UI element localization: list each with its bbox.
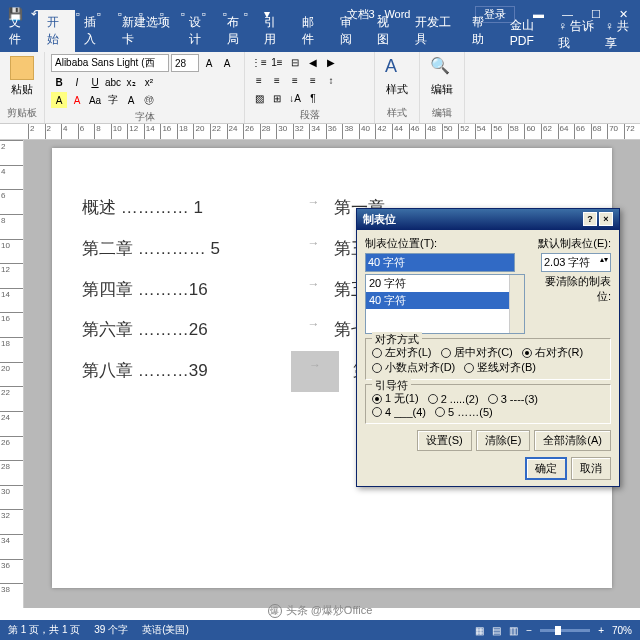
zoom-slider[interactable] (540, 629, 590, 632)
align-left-radio[interactable]: 左对齐(L) (372, 345, 431, 360)
clear-format-icon[interactable]: A (123, 92, 139, 108)
zoom-level[interactable]: 70% (612, 625, 632, 636)
highlight-icon[interactable]: A (51, 92, 67, 108)
scrollbar[interactable] (509, 275, 524, 333)
show-marks-icon[interactable]: ¶ (305, 90, 321, 106)
paste-icon (10, 56, 34, 80)
editing-group: 🔍 编辑 编辑 (420, 52, 465, 123)
clear-all-button[interactable]: 全部清除(A) (534, 430, 611, 451)
leader-3-radio[interactable]: 3 ----(3) (488, 393, 538, 405)
dialog-close-icon[interactable]: × (599, 212, 613, 226)
sort-icon[interactable]: ↓A (287, 90, 303, 106)
tab-view[interactable]: 视图 (368, 10, 406, 52)
borders-icon[interactable]: ⊞ (269, 90, 285, 106)
tab-references[interactable]: 引用 (255, 10, 293, 52)
default-tab-input[interactable]: 2.03 字符▴▾ (541, 253, 611, 272)
view-print-icon[interactable]: ▦ (475, 625, 484, 636)
bold-icon[interactable]: B (51, 74, 67, 90)
align-left-icon[interactable]: ≡ (251, 72, 267, 88)
avatar-icon: 爆 (268, 604, 282, 618)
numbering-icon[interactable]: 1≡ (269, 54, 285, 70)
tab-review[interactable]: 审阅 (331, 10, 369, 52)
tab-positions-list[interactable]: 20 字符 40 字符 (365, 274, 525, 334)
default-tab-label: 默认制表位(E): (538, 236, 611, 251)
font-size-select[interactable]: 28 (171, 54, 199, 72)
tab-arrow-icon: → (308, 229, 320, 270)
ok-button[interactable]: 确定 (525, 457, 567, 480)
paste-button[interactable]: 粘贴 (6, 54, 38, 99)
tab-layout[interactable]: 布局 (218, 10, 256, 52)
dialog-titlebar[interactable]: 制表位 ?× (357, 209, 619, 230)
tab-insert[interactable]: 插入 (75, 10, 113, 52)
align-decimal-radio[interactable]: 小数点对齐(D) (372, 360, 455, 375)
view-web-icon[interactable]: ▥ (509, 625, 518, 636)
editing-button[interactable]: 🔍 编辑 (426, 54, 458, 99)
dialog-help-icon[interactable]: ? (583, 212, 597, 226)
tab-newtab[interactable]: 新建选项卡 (113, 10, 180, 52)
bullets-icon[interactable]: ⋮≡ (251, 54, 267, 70)
alignment-group: 对齐方式 左对齐(L) 居中对齐(C) 右对齐(R) 小数点对齐(D) 竖线对齐… (365, 338, 611, 380)
page-number[interactable]: 第 1 页，共 1 页 (8, 623, 80, 637)
shading-icon[interactable]: ▨ (251, 90, 267, 106)
line-spacing-icon[interactable]: ↕ (323, 72, 339, 88)
tab-arrow-icon: → (308, 188, 320, 229)
paragraph-group: ⋮≡ 1≡ ⊟ ◀ ▶ ≡ ≡ ≡ ≡ ↕ ▨ ⊞ ↓A ¶ 段落 (245, 52, 375, 123)
font-name-select[interactable]: Alibaba Sans Light (西 (51, 54, 169, 72)
align-right-icon[interactable]: ≡ (287, 72, 303, 88)
align-center-radio[interactable]: 居中对齐(C) (441, 345, 513, 360)
indent-dec-icon[interactable]: ◀ (305, 54, 321, 70)
set-button[interactable]: 设置(S) (417, 430, 472, 451)
horizontal-ruler[interactable]: 2246810121416182022242628303234363840424… (0, 124, 640, 140)
justify-icon[interactable]: ≡ (305, 72, 321, 88)
leader-2-radio[interactable]: 2 .....(2) (428, 393, 479, 405)
find-icon: 🔍 (430, 56, 454, 80)
zoom-out-icon[interactable]: − (526, 625, 532, 636)
status-bar: 第 1 页，共 1 页 39 个字 英语(美国) ▦ ▤ ▥ − + 70% (0, 620, 640, 640)
align-right-radio[interactable]: 右对齐(R) (522, 345, 583, 360)
tell-me[interactable]: ♀ 告诉我 (558, 18, 597, 52)
phonetic-icon[interactable]: 字 (105, 92, 121, 108)
zoom-in-icon[interactable]: + (598, 625, 604, 636)
tab-developer[interactable]: 开发工具 (406, 10, 463, 52)
dialog-title: 制表位 (363, 212, 396, 227)
cancel-button[interactable]: 取消 (571, 457, 611, 480)
tab-home[interactable]: 开始 (38, 10, 76, 52)
font-group: Alibaba Sans Light (西 28 A A B I U abc x… (45, 52, 245, 123)
tab-design[interactable]: 设计 (180, 10, 218, 52)
italic-icon[interactable]: I (69, 74, 85, 90)
indent-inc-icon[interactable]: ▶ (323, 54, 339, 70)
tab-mailings[interactable]: 邮件 (293, 10, 331, 52)
enclose-icon[interactable]: ㊞ (141, 92, 157, 108)
sub-icon[interactable]: x₂ (123, 74, 139, 90)
tab-pdf[interactable]: 金山PDF (501, 13, 558, 52)
char-border-icon[interactable]: Aa (87, 92, 103, 108)
view-read-icon[interactable]: ▤ (492, 625, 501, 636)
clear-button[interactable]: 清除(E) (476, 430, 531, 451)
tab-arrow-icon: → (308, 270, 320, 311)
share-button[interactable]: ♀ 共享 (605, 18, 634, 52)
vertical-ruler[interactable]: 2468101214161820222426283032343638 (0, 140, 24, 608)
underline-icon[interactable]: U (87, 74, 103, 90)
list-item[interactable]: 20 字符 (366, 275, 524, 292)
list-item[interactable]: 40 字符 (366, 292, 524, 309)
align-center-icon[interactable]: ≡ (269, 72, 285, 88)
grow-font-icon[interactable]: A (201, 55, 217, 71)
language[interactable]: 英语(美国) (142, 623, 189, 637)
strike-icon[interactable]: abc (105, 74, 121, 90)
leader-4-radio[interactable]: 4 ___(4) (372, 406, 426, 418)
tab-help[interactable]: 帮助 (463, 10, 501, 52)
word-count[interactable]: 39 个字 (94, 623, 128, 637)
leader-5-radio[interactable]: 5 ……(5) (435, 406, 493, 418)
multilevel-icon[interactable]: ⊟ (287, 54, 303, 70)
tab-arrow-selected: → (291, 351, 339, 392)
shrink-font-icon[interactable]: A (219, 55, 235, 71)
ribbon: 粘贴 剪贴板 Alibaba Sans Light (西 28 A A B I … (0, 52, 640, 124)
font-color-icon[interactable]: A (69, 92, 85, 108)
leader-group: 引导符 1 无(1) 2 .....(2) 3 ----(3) 4 ___(4)… (365, 384, 611, 424)
align-bar-radio[interactable]: 竖线对齐(B) (464, 360, 536, 375)
tab-file[interactable]: 文件 (0, 10, 38, 52)
leader-1-radio[interactable]: 1 无(1) (372, 391, 419, 406)
tab-position-input[interactable]: 40 字符 (365, 253, 515, 272)
sup-icon[interactable]: x² (141, 74, 157, 90)
styles-button[interactable]: A 样式 (381, 54, 413, 99)
